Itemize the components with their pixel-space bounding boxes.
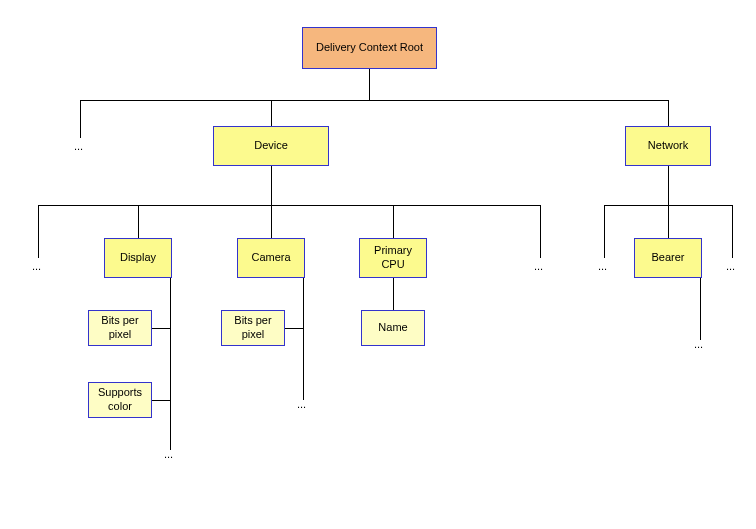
- node-display: Display: [104, 238, 172, 278]
- ellipsis-bearer-more: ...: [694, 338, 703, 350]
- node-camera: Camera: [237, 238, 305, 278]
- ellipsis-device-left: ...: [32, 260, 41, 272]
- ellipsis-display-more: ...: [164, 448, 173, 460]
- node-bearer: Bearer: [634, 238, 702, 278]
- node-root: Delivery Context Root: [302, 27, 437, 69]
- ellipsis-network-left: ...: [598, 260, 607, 272]
- node-device: Device: [213, 126, 329, 166]
- ellipsis-tier1-left: ...: [74, 140, 83, 152]
- node-primary-cpu: Primary CPU: [359, 238, 427, 278]
- node-display-supports-color: Supports color: [88, 382, 152, 418]
- node-camera-bits-per-pixel: Bits per pixel: [221, 310, 285, 346]
- node-display-bits-per-pixel: Bits per pixel: [88, 310, 152, 346]
- node-network: Network: [625, 126, 711, 166]
- ellipsis-camera-more: ...: [297, 398, 306, 410]
- ellipsis-device-right: ...: [534, 260, 543, 272]
- ellipsis-network-right: ...: [726, 260, 735, 272]
- node-cpu-name: Name: [361, 310, 425, 346]
